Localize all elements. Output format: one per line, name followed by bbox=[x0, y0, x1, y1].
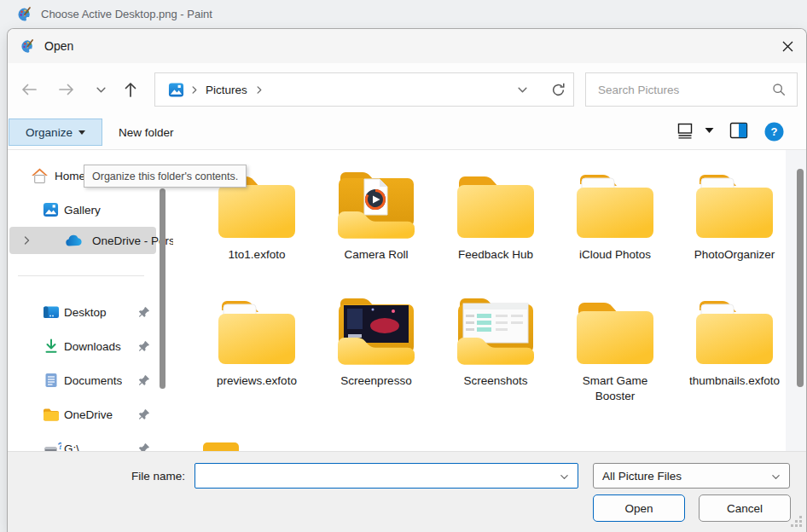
file-name-label: File name: bbox=[127, 470, 185, 483]
folder-icon bbox=[332, 295, 421, 370]
sidebar-item-documents[interactable]: Documents bbox=[8, 368, 156, 392]
folder-item[interactable]: Camera Roll bbox=[316, 169, 436, 263]
sidebar-separator bbox=[18, 275, 144, 276]
folder-item[interactable]: Screenpresso bbox=[316, 295, 436, 389]
file-type-dropdown-icon bbox=[770, 472, 781, 482]
back-icon bbox=[20, 81, 38, 98]
navigation-bar: Pictures bbox=[8, 63, 806, 113]
folder-item[interactable]: PhotoOrganizer bbox=[675, 169, 794, 263]
organize-label: Organize bbox=[26, 126, 73, 139]
window-titlebar: Choose Active Desktop.png - Paint bbox=[0, 0, 807, 28]
window-title: Choose Active Desktop.png - Paint bbox=[41, 8, 212, 20]
folder-icon bbox=[212, 295, 301, 370]
forward-icon bbox=[57, 81, 76, 98]
pictures-icon bbox=[168, 82, 184, 98]
close-button[interactable] bbox=[773, 32, 802, 61]
folder-icon bbox=[451, 169, 540, 244]
forward-button[interactable] bbox=[54, 77, 79, 102]
pin-icon bbox=[138, 306, 150, 318]
files-scrollbar[interactable] bbox=[797, 169, 804, 387]
dialog-title: Open bbox=[44, 39, 73, 53]
file-name-combo bbox=[194, 463, 578, 489]
file-name-dropdown-icon[interactable] bbox=[559, 472, 570, 482]
pin-icon bbox=[138, 408, 150, 420]
expand-chevron-icon[interactable] bbox=[21, 235, 32, 246]
search-box[interactable] bbox=[585, 72, 798, 107]
up-button[interactable] bbox=[118, 77, 143, 102]
up-arrow-icon bbox=[122, 80, 139, 99]
dialog-footer: File name: All Picture Files Open Cancel bbox=[8, 451, 806, 532]
organize-button[interactable]: Organize bbox=[9, 119, 102, 146]
documents-icon bbox=[44, 373, 58, 388]
pin-icon bbox=[138, 374, 150, 386]
views-dropdown-icon[interactable] bbox=[705, 127, 714, 134]
folder-item[interactable]: thumbnails.exfoto bbox=[675, 295, 794, 389]
svg-text:?: ? bbox=[771, 125, 778, 138]
folder-icon bbox=[690, 295, 779, 370]
dropdown-caret-icon bbox=[78, 130, 85, 135]
folder-item[interactable]: Screenshots bbox=[436, 295, 555, 389]
file-name-input[interactable] bbox=[201, 464, 551, 488]
preview-pane-icon[interactable] bbox=[729, 122, 748, 139]
partial-folder-icon[interactable] bbox=[203, 442, 239, 451]
cancel-button[interactable]: Cancel bbox=[699, 494, 791, 522]
recent-locations-button[interactable] bbox=[88, 77, 113, 102]
address-dropdown-icon[interactable] bbox=[517, 84, 528, 95]
folder-icon bbox=[571, 169, 659, 244]
navigation-pane: Home Gallery OneDrive - Perso bbox=[8, 150, 158, 451]
search-icon[interactable] bbox=[771, 82, 787, 97]
folder-icon bbox=[332, 169, 421, 244]
sidebar-item-desktop[interactable]: Desktop bbox=[8, 300, 156, 324]
organize-tooltip: Organize this folder's contents. bbox=[84, 165, 247, 188]
folder-item[interactable]: previews.exfoto bbox=[197, 295, 316, 389]
paint-app-icon bbox=[17, 7, 32, 22]
folder-item[interactable]: iCloud Photos bbox=[555, 169, 675, 263]
drive-icon: ? bbox=[44, 442, 61, 451]
sidebar-item-downloads[interactable]: Downloads bbox=[8, 334, 156, 358]
folder-icon bbox=[571, 295, 659, 370]
gallery-icon bbox=[43, 202, 59, 218]
close-icon bbox=[781, 40, 794, 53]
dialog-body: Home Gallery OneDrive - Perso bbox=[8, 150, 806, 451]
sidebar-item-onedrive-personal[interactable]: OneDrive - Perso bbox=[9, 227, 156, 254]
pin-icon bbox=[138, 442, 150, 451]
search-input[interactable] bbox=[598, 73, 769, 106]
chevron-down-icon bbox=[96, 84, 107, 95]
refresh-icon[interactable] bbox=[550, 82, 566, 98]
pin-icon bbox=[138, 340, 150, 352]
views-icon[interactable] bbox=[676, 122, 694, 140]
file-type-select[interactable]: All Picture Files bbox=[593, 463, 790, 489]
new-folder-button[interactable]: New folder bbox=[119, 119, 174, 146]
sidebar-scrollbar[interactable] bbox=[160, 188, 165, 389]
folder-item[interactable]: Smart Game Booster bbox=[555, 295, 675, 404]
folder-item[interactable]: Feedback Hub bbox=[436, 169, 555, 263]
back-button[interactable] bbox=[16, 77, 42, 102]
desktop-icon bbox=[43, 305, 60, 320]
help-icon[interactable]: ? bbox=[764, 122, 784, 142]
paint-app-icon bbox=[20, 39, 35, 54]
breadcrumb-item-pictures[interactable]: Pictures bbox=[204, 84, 249, 96]
onedrive-icon bbox=[64, 234, 83, 246]
sidebar-item-onedrive-folder[interactable]: OneDrive bbox=[8, 402, 156, 426]
address-bar[interactable]: Pictures bbox=[154, 72, 574, 107]
folder-icon bbox=[690, 169, 779, 244]
sidebar-item-drive-g[interactable]: ? G:\ bbox=[8, 437, 156, 451]
command-bar: Organize New folder ? bbox=[8, 113, 806, 150]
breadcrumb-chevron-icon bbox=[189, 85, 199, 95]
sidebar-item-gallery[interactable]: Gallery bbox=[8, 198, 156, 222]
svg-text:?: ? bbox=[58, 442, 62, 451]
breadcrumb-chevron-icon[interactable] bbox=[254, 85, 264, 95]
folder-icon bbox=[451, 295, 540, 370]
resize-grip[interactable] bbox=[791, 516, 803, 528]
home-icon bbox=[31, 168, 49, 184]
dialog-header: Open bbox=[8, 29, 806, 63]
folder-icon bbox=[43, 408, 60, 422]
open-button[interactable]: Open bbox=[593, 494, 685, 522]
downloads-icon bbox=[44, 338, 59, 354]
open-dialog: Open Pictures bbox=[7, 28, 807, 532]
